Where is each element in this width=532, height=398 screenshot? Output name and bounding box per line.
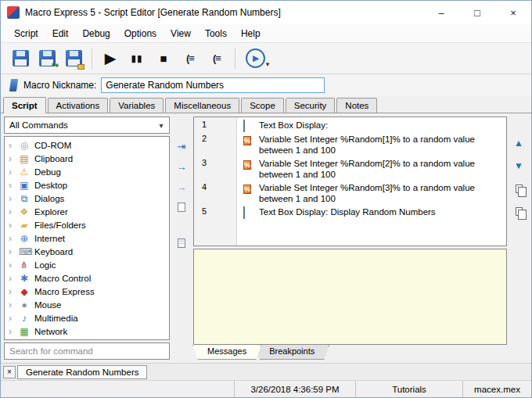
tree-item-label: Registry [34,340,67,341]
chevron-right-icon: › [9,206,14,217]
tab-notes[interactable]: Notes [336,98,377,113]
tab-script[interactable]: Script [3,97,46,113]
tree-item-keyboard[interactable]: ›⌨Keyboard [5,245,169,258]
script-line[interactable]: 5 Text Box Display: Display Random Numbe… [194,206,506,218]
new-blank-line-button[interactable] [173,199,190,215]
tab-security[interactable]: Security [286,98,336,113]
tab-messages[interactable]: Messages [192,345,261,360]
commands-filter-dropdown[interactable]: All Commands ▾ [4,117,170,134]
tree-item-mouse[interactable]: ›●Mouse [5,298,169,311]
tab-breakpoints[interactable]: Breakpoints [254,345,329,360]
text-box-display-icon [243,206,245,219]
logic-branch-icon: ⋔ [19,260,30,271]
stop-button[interactable]: ■ [150,46,177,71]
tree-item-internet[interactable]: ›⊕Internet [5,231,169,245]
copy-button[interactable] [510,181,527,196]
move-down-button[interactable]: ▼ [510,158,527,174]
tree-item-label: Dialogs [34,194,64,203]
save-button[interactable] [7,46,34,71]
status-bar: 3/26/2018 4:36:59 PM Tutorials macex.mex [1,380,531,397]
view-source-button[interactable] [173,235,190,251]
tree-item-logic[interactable]: ›⋔Logic [5,258,169,271]
chevron-down-icon: ▾ [153,121,169,130]
tree-item-label: Clipboard [34,154,73,163]
script-line-number: 4 [194,181,236,204]
tree-item-registry[interactable]: ›▥Registry [5,338,169,340]
close-macro-tab-button[interactable]: × [3,366,16,378]
main-area: All Commands ▾ ›◎CD-ROM ›▤Clipboard ›⚠De… [1,113,531,363]
chevron-right-icon: › [9,299,14,310]
tab-miscellaneous[interactable]: Miscellaneous [165,98,239,113]
run-from-here-icon: (≡ [213,52,221,64]
status-category: Tutorials [355,381,462,397]
macro-tab-label: Generate Random Numbers [26,368,138,377]
chevron-right-icon: › [9,339,14,341]
script-line-number: 5 [194,206,236,218]
menu-item-debug[interactable]: Debug [75,26,117,41]
run-from-here-button[interactable]: (≡ [203,46,230,71]
menu-item-help[interactable]: Help [234,26,268,41]
save-as-button[interactable] [60,46,87,71]
menu-item-options[interactable]: Options [117,26,164,41]
tree-item-cdrom[interactable]: ›◎CD-ROM [5,138,169,152]
tree-item-dialogs[interactable]: ›⧉Dialogs [5,192,169,205]
messages-tabstrip: Messages Breakpoints [193,345,507,360]
run-dropdown-icon[interactable]: ▾ [266,60,270,68]
nickname-input[interactable] [101,77,325,93]
tree-item-macro-express[interactable]: ›◆Macro Express [5,285,169,298]
tree-item-files-folders[interactable]: ›▰Files/Folders [5,218,169,231]
minimize-button[interactable]: – [423,1,459,24]
tree-item-debug[interactable]: ›⚠Debug [5,165,169,178]
paste-button[interactable] [510,203,527,219]
app-icon [7,6,20,19]
script-line[interactable]: 2 Variable Set Integer %Random[1]% to a … [194,133,506,156]
variable-set-integer-icon [243,136,251,145]
status-datetime: 3/26/2018 4:36:59 PM [234,381,355,397]
script-line[interactable]: 4 Variable Set Integer %Random[3]% to a … [194,181,506,204]
paste-icon [516,207,523,216]
test-run-button[interactable]: ▶ ▾ [240,46,275,71]
run-macro-button[interactable]: ▶ [97,46,124,71]
chevron-right-icon: › [9,286,14,297]
insert-toolbar: ⇥ → → [172,117,191,360]
menu-item-script[interactable]: Script [7,26,45,41]
insert-command-button[interactable]: ⇥ [173,138,190,154]
script-line-text: Variable Set Integer %Random[1]% to a ra… [259,133,506,156]
status-filename: macex.mex [462,381,531,397]
menu-item-edit[interactable]: Edit [45,26,76,41]
script-line-list[interactable]: 1 Text Box Display: 2 Variable Set Integ… [193,117,507,246]
tree-item-multimedia[interactable]: ›♪Multimedia [5,311,169,324]
script-line-text: Text Box Display: [259,119,506,131]
script-line-number: 2 [194,133,236,156]
maximize-button[interactable]: □ [459,1,495,24]
add-after-button[interactable]: → [173,159,190,174]
tab-activations[interactable]: Activations [48,98,109,113]
status-cell-empty [1,381,234,397]
macro-tab-generate-random-numbers[interactable]: Generate Random Numbers [17,365,147,379]
command-search-input[interactable] [5,343,169,359]
tree-item-explorer[interactable]: ›❖Explorer [5,205,169,218]
script-line[interactable]: 3 Variable Set Integer %Random[2]% to a … [194,157,506,180]
tab-variables[interactable]: Variables [110,98,164,113]
arrow-up-icon: ▲ [514,138,523,149]
tree-item-clipboard[interactable]: ›▤Clipboard [5,152,169,165]
move-up-button[interactable]: ▲ [510,135,527,151]
tree-item-network[interactable]: ›▦Network [5,324,169,338]
menu-item-tools[interactable]: Tools [198,26,234,41]
chevron-right-icon: › [9,140,14,151]
copy-icon [516,185,523,193]
script-line[interactable]: 1 Text Box Display: [194,119,506,131]
save-close-button[interactable]: ↪ [34,46,60,71]
desktop-monitor-icon: ▣ [19,180,30,191]
tree-item-macro-control[interactable]: ›✱Macro Control [5,271,169,285]
step-through-button[interactable]: (≡ [177,46,203,71]
tree-item-label: Files/Folders [34,221,86,230]
tree-item-desktop[interactable]: ›▣Desktop [5,178,169,192]
menu-item-view[interactable]: View [164,26,198,41]
close-button[interactable]: × [495,1,531,24]
tab-scope[interactable]: Scope [241,98,284,113]
script-line-text: Text Box Display: Display Random Numbers [259,206,506,218]
add-before-button[interactable]: → [173,179,190,195]
pause-button[interactable]: ▮▮ [124,46,150,71]
stop-icon: ■ [160,52,167,65]
